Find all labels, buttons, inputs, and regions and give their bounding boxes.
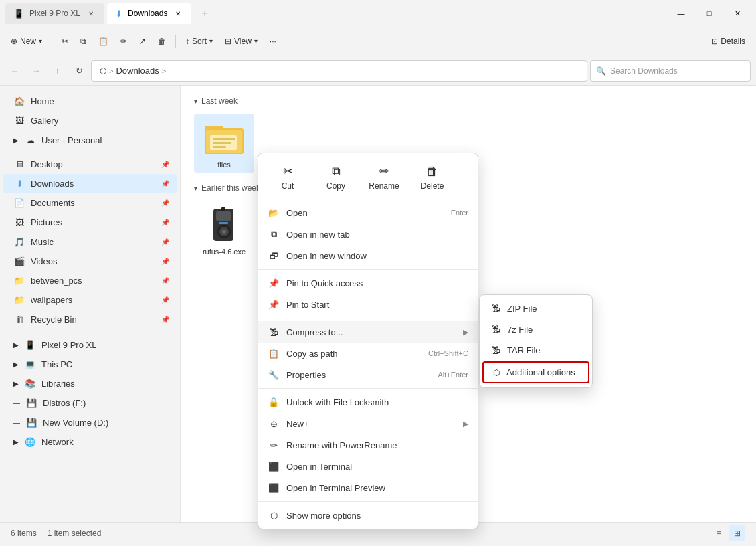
- additional-label: Additional options: [506, 367, 575, 377]
- svg-rect-12: [221, 207, 225, 211]
- ctx-unlock[interactable]: 🔓 Unlock with File Locksmith: [258, 391, 478, 413]
- submenu-tar[interactable]: 🗜 TAR File: [482, 341, 589, 360]
- sidebar-item-documents[interactable]: 📄 Documents 📌: [3, 193, 177, 212]
- ctx-copy-button[interactable]: ⧉ Copy: [312, 160, 360, 195]
- section-lastweek[interactable]: ▾ Last week: [191, 91, 745, 108]
- sidebar-item-home[interactable]: 🏠 Home: [3, 92, 177, 110]
- ctx-open[interactable]: 📂 Open Enter: [258, 202, 478, 223]
- sidebar-item-libraries[interactable]: ▶ 📚 Libraries: [3, 374, 177, 393]
- sidebar-item-user[interactable]: ▶ ☁ User - Personal: [3, 130, 177, 149]
- sort-button[interactable]: ↕ Sort ▾: [180, 31, 218, 52]
- statusbar-grid-icon[interactable]: ⊞: [729, 525, 745, 541]
- more-button[interactable]: ···: [264, 31, 282, 52]
- ctx-open-new-window[interactable]: 🗗 Open in new window: [258, 245, 478, 266]
- gallery-icon: 🖼: [13, 114, 25, 126]
- submenu-7z[interactable]: 🗜 7z File: [482, 320, 589, 339]
- sidebar-item-newvol[interactable]: — 💾 New Volume (D:): [3, 413, 177, 432]
- svg-rect-8: [216, 211, 231, 221]
- sort-icon: ↕: [185, 37, 189, 46]
- share-button[interactable]: ↗: [134, 31, 151, 52]
- tab-downloads-close[interactable]: ✕: [173, 8, 183, 19]
- rename-button[interactable]: ✏: [115, 31, 132, 52]
- cut-icon: ✂: [62, 37, 68, 46]
- up-button[interactable]: ↑: [48, 62, 67, 80]
- ctx-pin-start[interactable]: 📌 Pin to Start: [258, 294, 478, 315]
- ctx-open-terminal[interactable]: ⬛ Open in Terminal: [258, 456, 478, 477]
- ctx-rename-power[interactable]: ✏ Rename with PowerRename: [258, 434, 478, 456]
- new-tab-icon: +: [202, 7, 208, 19]
- maximize-button[interactable]: □: [696, 4, 723, 23]
- pin-between-icon: 📌: [161, 277, 169, 284]
- 7z-icon: 🗜: [492, 325, 500, 335]
- sidebar-item-distros[interactable]: — 💾 Distros (F:): [3, 393, 177, 412]
- ctx-rename-power-label: Rename with PowerRename: [286, 440, 397, 450]
- zip-icon: 🗜: [492, 304, 500, 314]
- file-item-rufus[interactable]: rufus-4.6.exe: [194, 201, 254, 260]
- ctx-open-new-tab[interactable]: ⧉ Open in new tab: [258, 223, 478, 245]
- submenu-zip[interactable]: 🗜 ZIP File: [482, 299, 589, 318]
- ctx-copy-as-path[interactable]: 📋 Copy as path Ctrl+Shift+C: [258, 343, 478, 364]
- more-icon: ···: [270, 37, 276, 46]
- ctx-delete-button[interactable]: 🗑 Delete: [408, 160, 456, 195]
- new-button[interactable]: ⊕ New ▾: [5, 31, 48, 52]
- address-path-icon: ⬡: [100, 66, 106, 76]
- close-button[interactable]: ✕: [724, 4, 751, 23]
- forward-button[interactable]: →: [27, 62, 45, 80]
- ctx-new-plus[interactable]: ⊕ New+ ▶: [258, 413, 478, 434]
- sidebar-item-pictures[interactable]: 🖼 Pictures 📌: [3, 213, 177, 232]
- sidebar-item-videos[interactable]: 🎬 Videos 📌: [3, 252, 177, 270]
- ctx-properties[interactable]: 🔧 Properties Alt+Enter: [258, 364, 478, 385]
- statusbar-list-icon[interactable]: ≡: [711, 525, 727, 541]
- ctx-rename-button[interactable]: ✏ Rename: [360, 160, 408, 195]
- ctx-properties-label: Properties: [286, 370, 326, 380]
- tab-pixel-label: Pixel 9 Pro XL: [29, 9, 80, 18]
- ctx-open-terminal-preview[interactable]: ⬛ Open in Terminal Preview: [258, 477, 478, 498]
- back-button[interactable]: ←: [5, 62, 24, 80]
- minimize-button[interactable]: —: [668, 4, 694, 23]
- copy-button[interactable]: ⧉: [75, 31, 92, 52]
- submenu-additional[interactable]: ⬡ Additional options: [482, 361, 589, 383]
- sidebar-item-thispc[interactable]: ▶ 💻 This PC: [3, 355, 177, 373]
- details-button[interactable]: ⊡ Details: [706, 31, 751, 52]
- documents-icon: 📄: [13, 197, 25, 209]
- paste-button[interactable]: 📋: [93, 31, 114, 52]
- ctx-pin-start-icon: 📌: [268, 298, 280, 310]
- ctx-cut-label: Cut: [282, 181, 294, 191]
- cloud-icon: ☁: [24, 134, 36, 146]
- sidebar-item-downloads[interactable]: ⬇ Downloads 📌: [3, 174, 177, 193]
- sidebar-item-music[interactable]: 🎵 Music 📌: [3, 232, 177, 251]
- sidebar-item-gallery[interactable]: 🖼 Gallery: [3, 111, 177, 130]
- refresh-icon: ↻: [76, 66, 83, 76]
- sidebar-item-pixel[interactable]: ▶ 📱 Pixel 9 Pro XL: [3, 335, 177, 354]
- expand-network-icon: ▶: [13, 438, 19, 446]
- tar-icon: 🗜: [492, 345, 500, 355]
- expand-pixel-icon: ▶: [13, 341, 19, 349]
- sidebar-item-network[interactable]: ▶ 🌐 Network: [3, 432, 177, 451]
- sidebar-item-recycle[interactable]: 🗑 Recycle Bin 📌: [3, 310, 177, 329]
- sidebar-item-wallpapers[interactable]: 📁 wallpapers 📌: [3, 290, 177, 309]
- new-tab-button[interactable]: +: [194, 3, 215, 24]
- ctx-pin-quick[interactable]: 📌 Pin to Quick access: [258, 272, 478, 294]
- sidebar-item-between_pcs[interactable]: 📁 between_pcs 📌: [3, 271, 177, 290]
- address-box[interactable]: ⬡ > Downloads >: [91, 60, 587, 82]
- tab-pixel[interactable]: 📱 Pixel 9 Pro XL ✕: [5, 3, 104, 24]
- ctx-open-terminal-label: Open in Terminal: [286, 462, 352, 472]
- ctx-cut-button[interactable]: ✂ Cut: [264, 160, 312, 195]
- ctx-compress[interactable]: 🗜 Compress to... ▶: [258, 321, 478, 343]
- ctx-rename-icon: ✏: [379, 164, 389, 179]
- ctx-show-more-icon: ⬡: [268, 509, 280, 521]
- view-label: View: [234, 37, 252, 46]
- sidebar-item-desktop[interactable]: 🖥 Desktop 📌: [3, 155, 177, 173]
- cut-button[interactable]: ✂: [56, 31, 74, 52]
- refresh-button[interactable]: ↻: [70, 62, 88, 80]
- ctx-show-more[interactable]: ⬡ Show more options: [258, 505, 478, 526]
- file-name-files: files: [217, 161, 231, 169]
- section-earlier-chevron: ▾: [194, 185, 197, 192]
- tab-downloads[interactable]: ⬇ Downloads ✕: [107, 3, 191, 24]
- file-item-files[interactable]: files: [194, 114, 254, 173]
- tab-pixel-close[interactable]: ✕: [86, 8, 96, 19]
- delete-button[interactable]: 🗑: [153, 31, 171, 52]
- search-box[interactable]: 🔍 Search Downloads: [590, 60, 751, 82]
- view-button[interactable]: ⊟ View ▾: [219, 31, 263, 52]
- svg-rect-6: [213, 146, 226, 148]
